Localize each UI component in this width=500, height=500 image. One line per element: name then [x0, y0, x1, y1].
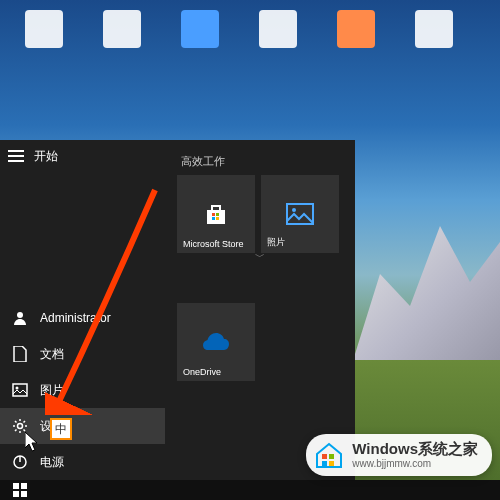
pictures-label: 图片: [40, 382, 64, 399]
user-icon: [12, 310, 28, 326]
svg-rect-17: [329, 454, 334, 459]
svg-rect-14: [13, 491, 19, 497]
power-label: 电源: [40, 454, 64, 471]
wallpaper-mountain: [350, 210, 500, 370]
svg-rect-1: [13, 384, 27, 396]
desktop-icon[interactable]: [20, 10, 68, 70]
svg-rect-7: [216, 213, 219, 216]
watermark-url: www.bjjmmw.com: [352, 458, 478, 469]
svg-point-11: [292, 208, 296, 212]
watermark-logo-icon: [314, 440, 344, 470]
sidebar-item-user[interactable]: Administrator: [0, 300, 165, 336]
tile-label: OneDrive: [183, 367, 221, 377]
user-label: Administrator: [40, 311, 111, 325]
svg-point-2: [16, 387, 19, 390]
photos-icon: [284, 198, 316, 230]
sidebar-item-pictures[interactable]: 图片: [0, 372, 165, 408]
tile-group-title: 高效工作: [177, 148, 343, 175]
sidebar-item-settings[interactable]: 设置: [0, 408, 165, 444]
svg-rect-13: [21, 483, 27, 489]
sidebar-item-power[interactable]: 电源: [0, 444, 165, 480]
tile-photos[interactable]: 照片: [261, 175, 339, 253]
documents-label: 文档: [40, 346, 64, 363]
sidebar-item-documents[interactable]: 文档: [0, 336, 165, 372]
power-icon: [12, 454, 28, 470]
desktop-icon[interactable]: [254, 10, 302, 70]
desktop-icon[interactable]: [410, 10, 458, 70]
document-icon: [12, 346, 28, 362]
svg-rect-15: [21, 491, 27, 497]
store-icon: [200, 198, 232, 230]
tile-microsoft-store[interactable]: Microsoft Store: [177, 175, 255, 253]
tile-label: Microsoft Store: [183, 239, 244, 249]
desktop-icons-row: [0, 0, 500, 140]
svg-rect-8: [212, 217, 215, 220]
ime-indicator[interactable]: 中: [50, 418, 72, 440]
watermark-title: Windows系统之家: [352, 441, 478, 458]
svg-rect-19: [329, 461, 334, 466]
svg-point-3: [18, 424, 23, 429]
tile-label: 照片: [267, 236, 285, 249]
watermark-badge: Windows系统之家 www.bjjmmw.com: [306, 434, 492, 476]
svg-rect-10: [287, 204, 313, 224]
taskbar: [0, 480, 500, 500]
svg-rect-12: [13, 483, 19, 489]
svg-rect-16: [322, 454, 327, 459]
onedrive-icon: [200, 326, 232, 358]
svg-rect-6: [212, 213, 215, 216]
start-button[interactable]: [0, 480, 40, 500]
wallpaper-grass: [350, 360, 500, 500]
start-menu-tiles-area: 高效工作 Microsoft Store 照片 ﹀ OneDrive: [165, 140, 355, 480]
start-menu-left-rail: Administrator 文档 图片 设置: [0, 140, 165, 480]
desktop-icon[interactable]: [98, 10, 146, 70]
tile-onedrive[interactable]: OneDrive: [177, 303, 255, 381]
pictures-icon: [12, 382, 28, 398]
desktop-icon[interactable]: [176, 10, 224, 70]
gear-icon: [12, 418, 28, 434]
svg-rect-9: [216, 217, 219, 220]
ime-text: 中: [55, 421, 67, 438]
chevron-down-icon[interactable]: ﹀: [255, 250, 265, 264]
svg-rect-18: [322, 461, 327, 466]
windows-logo-icon: [13, 483, 27, 497]
svg-point-0: [17, 312, 23, 318]
desktop-icon[interactable]: [332, 10, 380, 70]
